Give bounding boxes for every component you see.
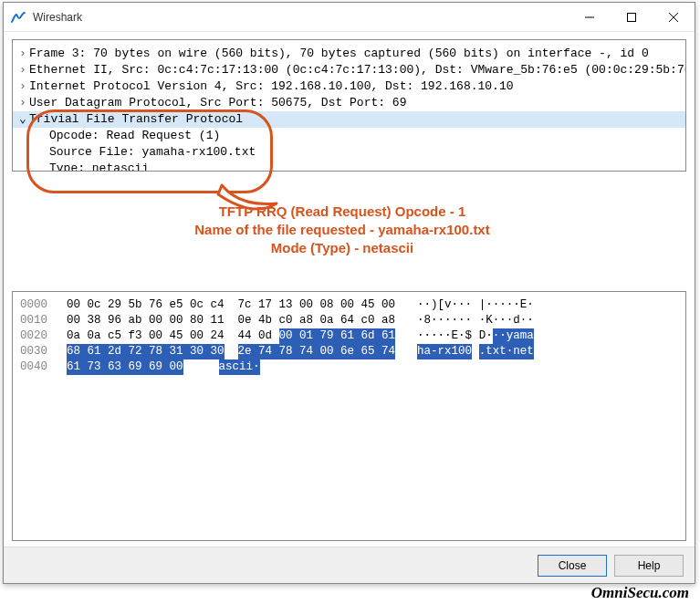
chevron-right-icon: › — [16, 78, 29, 95]
hex-bytes: 2e 74 78 74 00 6e 65 74 — [238, 344, 396, 359]
hex-bytes: 0e 4b c0 a8 0a 64 c0 a8 — [238, 313, 396, 328]
bottom-bar: Close Help — [4, 547, 695, 583]
titlebar: Wireshark — [4, 3, 695, 32]
hex-ascii: ··)[v··· — [417, 297, 472, 313]
protocol-tree-pane[interactable]: ›Frame 3: 70 bytes on wire (560 bits), 7… — [12, 39, 686, 172]
hex-bytes: 44 0d — [238, 328, 279, 344]
hex-bytes: 68 61 2d 72 78 31 30 30 — [67, 344, 225, 359]
hex-ascii: ascii· — [219, 359, 260, 375]
tree-row-tftp[interactable]: ⌄Trivial File Transfer Protocol — [13, 111, 685, 128]
hex-offset: 0030 — [20, 344, 53, 359]
hex-ascii: ··yama — [493, 328, 534, 344]
hex-bytes: 00 38 96 ab 00 00 80 11 — [67, 313, 225, 328]
hex-ascii: D· — [479, 328, 493, 344]
maximize-button[interactable] — [611, 3, 653, 32]
hex-bytes: 00 0c 29 5b 76 e5 0c c4 — [67, 297, 225, 313]
hex-offset: 0020 — [20, 328, 53, 344]
hex-ascii: ha-rx100 — [417, 344, 472, 359]
hex-ascii: |·····E· — [479, 297, 534, 313]
chevron-down-icon: ⌄ — [16, 111, 29, 128]
footer-brand: OmniSecu.com — [591, 584, 689, 602]
hex-row[interactable]: 0000 00 0c 29 5b 76 e5 0c c4 7c 17 13 00… — [20, 297, 678, 313]
hex-offset: 0000 — [20, 297, 53, 313]
hex-offset: 0040 — [20, 359, 53, 375]
chevron-right-icon: › — [16, 95, 29, 111]
annotation-gap — [4, 172, 695, 291]
hex-dump-pane[interactable]: 0000 00 0c 29 5b 76 e5 0c c4 7c 17 13 00… — [12, 291, 686, 541]
hex-bytes: 00 01 79 61 6d 61 — [279, 328, 396, 344]
svg-rect-1 — [628, 13, 636, 21]
hex-ascii: .txt·net — [479, 344, 534, 359]
tree-row-type[interactable]: Type: netascii — [13, 161, 685, 172]
tree-row-ethernet[interactable]: ›Ethernet II, Src: 0c:c4:7c:17:13:00 (0c… — [13, 62, 685, 78]
tree-row-sourcefile[interactable]: Source File: yamaha-rx100.txt — [13, 144, 685, 161]
hex-ascii: ·K···d·· — [479, 313, 534, 328]
hex-bytes: 61 73 63 69 69 00 — [67, 359, 183, 375]
help-button[interactable]: Help — [614, 555, 684, 577]
tree-row-opcode[interactable]: Opcode: Read Request (1) — [13, 128, 685, 144]
minimize-button[interactable] — [569, 3, 611, 32]
close-window-button[interactable] — [653, 3, 695, 32]
chevron-right-icon: › — [16, 46, 29, 62]
hex-row[interactable]: 0020 0a 0a c5 f3 00 45 00 24 44 0d 00 01… — [20, 328, 678, 344]
tree-row-ip[interactable]: ›Internet Protocol Version 4, Src: 192.1… — [13, 78, 685, 95]
tree-row-udp[interactable]: ›User Datagram Protocol, Src Port: 50675… — [13, 95, 685, 111]
tree-row-frame[interactable]: ›Frame 3: 70 bytes on wire (560 bits), 7… — [13, 46, 685, 62]
hex-row[interactable]: 0010 00 38 96 ab 00 00 80 11 0e 4b c0 a8… — [20, 313, 678, 328]
hex-bytes: 0a 0a c5 f3 00 45 00 24 — [67, 328, 225, 344]
wireshark-icon — [11, 10, 26, 25]
hex-row[interactable]: 0030 68 61 2d 72 78 31 30 30 2e 74 78 74… — [20, 344, 678, 359]
chevron-right-icon: › — [16, 62, 29, 78]
wireshark-window: Wireshark ›Frame 3: 70 bytes on wire (56… — [3, 2, 695, 584]
hex-row[interactable]: 0040 61 73 63 69 69 00 ascii· — [20, 359, 678, 375]
close-button[interactable]: Close — [538, 555, 607, 577]
window-title: Wireshark — [33, 11, 569, 24]
hex-ascii: ·8······ — [417, 313, 472, 328]
hex-ascii: ·····E·$ — [417, 328, 472, 344]
hex-offset: 0010 — [20, 313, 53, 328]
hex-bytes: 7c 17 13 00 08 00 45 00 — [238, 297, 396, 313]
